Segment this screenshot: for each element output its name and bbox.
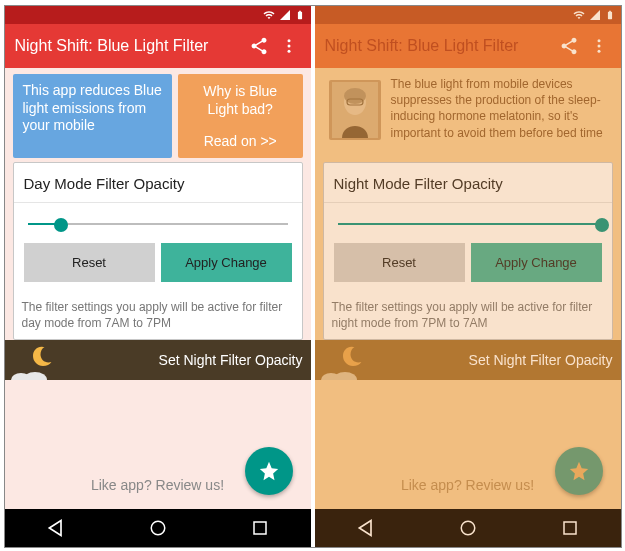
nav-bar: [315, 509, 621, 547]
bottom-area: Like app? Review us!: [323, 380, 613, 509]
night-bar-label: Set Night Filter Opacity: [159, 352, 303, 368]
wifi-icon: [573, 9, 585, 21]
star-icon: [258, 460, 280, 482]
help-text: The filter settings you apply will be ac…: [14, 290, 302, 339]
app-bar: Night Shift: Blue Light Filter: [315, 24, 621, 68]
status-bar: [5, 6, 311, 24]
nav-home-icon[interactable]: [459, 519, 477, 537]
app-title: Night Shift: Blue Light Filter: [325, 37, 551, 55]
svg-point-15: [333, 372, 357, 380]
help-text: The filter settings you apply will be ac…: [324, 290, 612, 339]
opacity-slider[interactable]: [24, 213, 292, 237]
svg-point-4: [23, 372, 47, 380]
fab-star[interactable]: [245, 447, 293, 495]
review-link[interactable]: Like app? Review us!: [401, 465, 534, 505]
night-bar-label: Set Night Filter Opacity: [469, 352, 613, 368]
nav-back-icon[interactable]: [46, 518, 66, 538]
wifi-icon: [263, 9, 275, 21]
cloud-icon: [319, 366, 359, 380]
share-icon[interactable]: [557, 34, 581, 58]
signal-icon: [589, 9, 601, 21]
reset-button[interactable]: Reset: [334, 243, 465, 282]
opacity-card: Night Mode Filter Opacity Reset Apply Ch…: [323, 162, 613, 340]
apply-change-button[interactable]: Apply Change: [471, 243, 602, 282]
battery-icon: [605, 9, 615, 21]
review-link[interactable]: Like app? Review us!: [91, 465, 224, 505]
star-icon: [568, 460, 590, 482]
svg-point-9: [597, 50, 600, 53]
nav-back-icon[interactable]: [356, 518, 376, 538]
opacity-slider[interactable]: [334, 213, 602, 237]
info-text: The blue light from mobile devices suppr…: [391, 74, 607, 158]
avatar-image: [329, 80, 381, 140]
content-area: This app reduces Blue light emissions fr…: [5, 68, 311, 509]
bottom-area: Like app? Review us!: [13, 380, 303, 509]
share-icon[interactable]: [247, 34, 271, 58]
cloud-icon: [9, 366, 49, 380]
moon-icon: [341, 344, 365, 368]
apply-change-button[interactable]: Apply Change: [161, 243, 292, 282]
info-row: This app reduces Blue light emissions fr…: [13, 74, 303, 158]
moon-icon: [31, 344, 55, 368]
status-bar: [315, 6, 621, 24]
opacity-card: Day Mode Filter Opacity Reset Apply Chan…: [13, 162, 303, 340]
svg-point-0: [287, 39, 290, 42]
app-bar: Night Shift: Blue Light Filter: [5, 24, 311, 68]
nav-recent-icon[interactable]: [561, 519, 579, 537]
info-row: The blue light from mobile devices suppr…: [323, 74, 613, 158]
info-card-blue: This app reduces Blue light emissions fr…: [13, 74, 172, 158]
set-night-filter-bar[interactable]: Set Night Filter Opacity: [5, 340, 311, 380]
fab-star[interactable]: [555, 447, 603, 495]
nav-bar: [5, 509, 311, 547]
svg-point-16: [462, 521, 476, 535]
slider-thumb[interactable]: [595, 218, 609, 232]
info-card-orange[interactable]: Why is Blue Light bad? Read on >>: [178, 74, 303, 158]
svg-point-1: [287, 45, 290, 48]
menu-icon[interactable]: [277, 34, 301, 58]
svg-rect-17: [564, 522, 576, 534]
slider-thumb[interactable]: [54, 218, 68, 232]
card-title: Night Mode Filter Opacity: [324, 163, 612, 203]
svg-point-8: [597, 45, 600, 48]
svg-point-7: [597, 39, 600, 42]
phone-night-mode: Night Shift: Blue Light Filter The blue …: [315, 6, 621, 547]
svg-point-5: [152, 521, 166, 535]
reset-button[interactable]: Reset: [24, 243, 155, 282]
battery-icon: [295, 9, 305, 21]
info-orange-question: Why is Blue Light bad?: [188, 82, 293, 118]
phone-day-mode: Night Shift: Blue Light Filter This app …: [5, 6, 311, 547]
set-night-filter-bar[interactable]: Set Night Filter Opacity: [315, 340, 621, 380]
nav-home-icon[interactable]: [149, 519, 167, 537]
card-title: Day Mode Filter Opacity: [14, 163, 302, 203]
menu-icon[interactable]: [587, 34, 611, 58]
signal-icon: [279, 9, 291, 21]
app-title: Night Shift: Blue Light Filter: [15, 37, 241, 55]
nav-recent-icon[interactable]: [251, 519, 269, 537]
svg-rect-6: [254, 522, 266, 534]
info-orange-link: Read on >>: [188, 132, 293, 150]
content-area: The blue light from mobile devices suppr…: [315, 68, 621, 509]
svg-point-2: [287, 50, 290, 53]
